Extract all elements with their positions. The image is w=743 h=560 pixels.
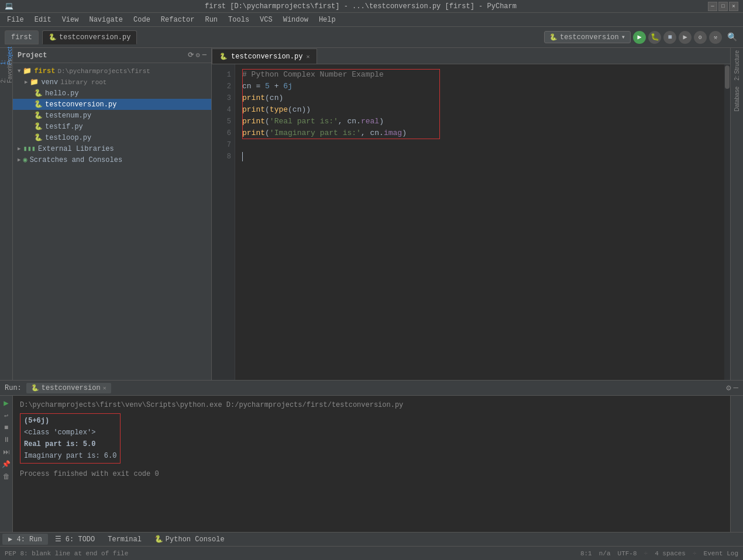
line-sep-status[interactable]: 4 spaces [655, 550, 686, 557]
resume-icon[interactable]: ⏭ [3, 448, 10, 457]
run-button[interactable]: ▶ [633, 31, 646, 44]
menu-navigate[interactable]: Navigate [84, 15, 128, 25]
maximize-button[interactable]: □ [718, 2, 728, 11]
tab-close-icon[interactable]: ✕ [306, 53, 309, 60]
tree-item-testenum[interactable]: 🐍 testenum.py [13, 110, 211, 121]
trash-icon[interactable]: 🗑 [3, 472, 10, 481]
menu-tools[interactable]: Tools [223, 15, 254, 25]
coverage-button[interactable]: ▶ [679, 31, 692, 44]
stop-icon[interactable]: ■ [4, 424, 8, 432]
na-status[interactable]: n/a [599, 550, 611, 557]
database-panel-toggle[interactable]: Database [734, 87, 740, 112]
tree-item-label: testif.py [45, 123, 83, 131]
pause-icon[interactable]: ⏸ [3, 435, 10, 444]
console-output-block: (5+6j) <class 'complex'> Real part is: 5… [20, 413, 723, 464]
scrollbar-thumb[interactable] [725, 65, 730, 89]
editor-tab-testconversion[interactable]: 🐍 testconversion.py ✕ [212, 49, 317, 64]
tree-item-label: External Libraries [38, 145, 114, 153]
stop-button[interactable]: ■ [663, 31, 676, 44]
menu-window[interactable]: Window [278, 15, 313, 25]
pep8-status[interactable]: PEP 8: blank line at end of file [5, 550, 128, 557]
tree-item-testif[interactable]: 🐍 testif.py [13, 121, 211, 132]
menu-edit[interactable]: Edit [30, 15, 56, 25]
console-line-1: (5+6j) [24, 415, 116, 427]
run-tool-tab[interactable]: ▶ 4: Run [2, 534, 48, 545]
hide-panel-icon[interactable]: — [202, 51, 207, 60]
python-console-tool-tab[interactable]: 🐍 Python Console [149, 534, 231, 545]
console-line-3: Real part is: 5.0 [24, 438, 116, 450]
title-bar-left: 💻 [5, 2, 13, 11]
favorites-toggle[interactable]: 2: Favorites [1, 65, 12, 76]
file-tab[interactable]: 🐍 testconversion.py [42, 30, 137, 44]
tree-item-root[interactable]: ▼ 📁 first D:\pycharmprojects\first [13, 65, 211, 77]
build-button[interactable]: ⚒ [709, 31, 722, 44]
expand-arrow-icon: ▶ [18, 157, 20, 163]
debug-button[interactable]: 🐛 [648, 31, 661, 44]
minimize-button[interactable]: — [708, 2, 717, 11]
code-content[interactable]: # Python Complex Number Example cn = 5 +… [235, 64, 724, 380]
main-layout: 1: Project 2: Favorites Project ⟳ ⚙ — ▼ … [0, 48, 743, 380]
console-process-line: Process finished with exit code 0 [20, 468, 723, 480]
scratches-icon: ◉ [23, 155, 27, 164]
event-log-status[interactable]: Event Log [704, 550, 738, 557]
console-command-line: D:\pycharmprojects\first\venv\Scripts\py… [20, 399, 723, 411]
code-line-7 [242, 139, 717, 151]
code-editor[interactable]: 1 2 3 4 5 6 7 8 # Python Complex Number … [212, 64, 730, 380]
project-tree: ▼ 📁 first D:\pycharmprojects\first ▶ 📁 v… [13, 63, 211, 380]
run-tab-testconversion[interactable]: 🐍 testconversion ✕ [26, 383, 111, 393]
py-icon: 🐍 [34, 122, 43, 131]
bottom-right-icons [730, 396, 743, 532]
tree-item-testconversion[interactable]: 🐍 testconversion.py [13, 99, 211, 110]
file-tab-icon: 🐍 [49, 33, 57, 41]
profile-button[interactable]: ⚙ [694, 31, 707, 44]
sync-icon[interactable]: ⟳ [188, 51, 194, 60]
bottom-toolbar: ▶ 4: Run ☰ 6: TODO Terminal 🐍 Python Con… [0, 532, 743, 546]
run-label: Run: [5, 384, 22, 392]
run-play-icon[interactable]: ▶ [4, 398, 8, 408]
run-controls: 🐍 testconversion ▾ ▶ 🐛 ■ ▶ ⚙ ⚒ [544, 31, 722, 44]
menu-help[interactable]: Help [314, 15, 340, 25]
file-tab-label: testconversion.py [59, 33, 130, 42]
py-icon: 🐍 [34, 111, 43, 120]
menu-file[interactable]: File [2, 15, 29, 25]
tree-item-scratches[interactable]: ▶ ◉ Scratches and Consoles [13, 154, 211, 165]
expand-arrow-icon: ▶ [25, 79, 27, 85]
code-line-2: cn = 5 + 6j [242, 81, 717, 92]
hide-bottom-panel-icon[interactable]: — [734, 383, 738, 393]
menu-run[interactable]: Run [200, 15, 222, 25]
window-controls[interactable]: — □ ✕ [708, 2, 738, 11]
menu-code[interactable]: Code [129, 15, 155, 25]
close-button[interactable]: ✕ [729, 2, 738, 11]
rerun-icon[interactable]: ↩ [4, 412, 8, 420]
settings-icon[interactable]: ⚙ [726, 383, 731, 393]
tree-item-external-libs[interactable]: ▶ ▮▮▮ External Libraries [13, 143, 211, 154]
menu-view[interactable]: View [57, 15, 84, 25]
lib-icon: ▮▮▮ [23, 144, 36, 153]
cursor-position[interactable]: 8:1 [580, 550, 592, 557]
tree-item-label: testenum.py [45, 112, 91, 120]
pin-icon[interactable]: 📌 [2, 460, 11, 469]
editor-scrollbar[interactable] [724, 64, 730, 380]
run-config-selector[interactable]: 🐍 testconversion ▾ [544, 31, 631, 43]
bottom-left-icons: ▶ ↩ ■ ⏸ ⏭ 📌 🗑 [0, 396, 13, 532]
search-button[interactable]: 🔍 [725, 31, 738, 44]
menu-vcs[interactable]: VCS [255, 15, 277, 25]
project-tab[interactable]: first [5, 30, 39, 44]
py-icon: 🐍 [34, 89, 43, 98]
bottom-panel-icons: ⚙ — [726, 383, 738, 393]
settings-icon[interactable]: ⚙ [196, 51, 200, 60]
py-icon: 🐍 [34, 100, 43, 109]
tree-item-venv[interactable]: ▶ 📁 venv library root [13, 77, 211, 88]
encoding-status[interactable]: UTF-8 [618, 550, 637, 557]
tree-item-label: testconversion.py [45, 101, 116, 109]
todo-tool-tab[interactable]: ☰ 6: TODO [49, 534, 101, 545]
terminal-tool-tab[interactable]: Terminal [102, 534, 147, 545]
structure-panel-toggle[interactable]: 2: Structure [734, 50, 740, 81]
tree-item-hello[interactable]: 🐍 hello.py [13, 88, 211, 99]
run-tab-close-icon[interactable]: ✕ [103, 385, 106, 392]
menu-refactor[interactable]: Refactor [156, 15, 199, 25]
tab-py-icon: 🐍 [219, 53, 228, 60]
code-line-3: print(cn) [242, 92, 717, 104]
tree-item-testloop[interactable]: 🐍 testloop.py [13, 132, 211, 143]
bottom-panel-header: Run: 🐍 testconversion ✕ ⚙ — [0, 381, 743, 396]
